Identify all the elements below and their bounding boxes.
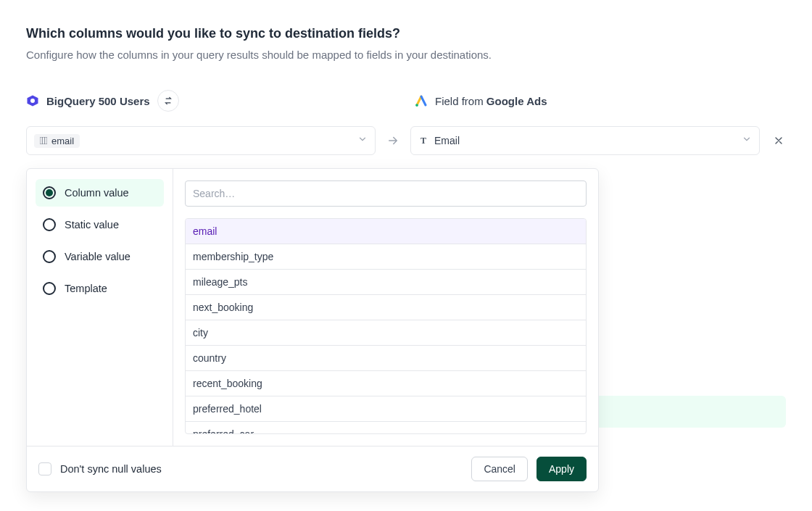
mode-list: Column valueStatic valueVariable valueTe… (27, 169, 173, 446)
page-heading: Which columns would you like to sync to … (26, 26, 786, 41)
mode-option[interactable]: Variable value (36, 243, 164, 270)
radio-icon (43, 250, 56, 263)
column-options-list: emailmembership_typemileage_ptsnext_book… (185, 218, 587, 434)
column-option[interactable]: city (186, 320, 586, 346)
radio-icon (43, 282, 56, 295)
column-option[interactable]: membership_type (186, 244, 586, 270)
radio-icon (43, 186, 56, 199)
column-option[interactable]: country (186, 346, 586, 371)
page-subtext: Configure how the columns in your query … (26, 49, 786, 61)
mode-option[interactable]: Template (36, 275, 164, 302)
cancel-button[interactable]: Cancel (471, 457, 528, 481)
column-option[interactable]: next_booking (186, 295, 586, 320)
destination-name: Google Ads (486, 95, 547, 107)
column-option[interactable]: recent_booking (186, 371, 586, 396)
column-icon (40, 137, 47, 144)
column-picker-dropdown: Column valueStatic valueVariable valueTe… (26, 168, 599, 492)
svg-point-1 (30, 99, 35, 103)
swap-button[interactable] (157, 90, 179, 112)
remove-mapping-button[interactable] (771, 133, 786, 148)
radio-icon (43, 218, 56, 231)
text-type-icon: T (418, 136, 428, 146)
arrow-right-icon (384, 134, 402, 147)
chevron-down-icon (357, 134, 368, 147)
mode-option-label: Column value (65, 187, 129, 199)
column-search-input[interactable] (185, 180, 587, 207)
svg-point-2 (415, 104, 418, 107)
mode-option[interactable]: Column value (36, 179, 164, 207)
svg-rect-3 (40, 137, 47, 144)
google-ads-icon (415, 94, 428, 107)
destination-field-select[interactable]: T Email (410, 126, 760, 155)
chevron-down-icon (742, 134, 752, 147)
mode-option-label: Variable value (65, 251, 130, 262)
source-label: BigQuery 500 Users (46, 95, 150, 107)
column-option[interactable]: email (186, 219, 586, 244)
destination-field-name: Email (434, 135, 460, 146)
bigquery-icon (26, 94, 39, 107)
destination-label: Field from Google Ads (435, 95, 547, 107)
null-sync-label: Don't sync null values (60, 463, 463, 475)
column-option[interactable]: preferred_car (186, 422, 586, 434)
column-option[interactable]: preferred_hotel (186, 396, 586, 422)
selected-column-name: email (51, 136, 74, 146)
mode-option-label: Static value (65, 219, 119, 230)
column-option[interactable]: mileage_pts (186, 270, 586, 295)
mode-option-label: Template (65, 283, 107, 294)
selected-column-chip: email (34, 134, 80, 148)
null-sync-checkbox[interactable] (38, 462, 51, 475)
source-column-select[interactable]: email (26, 126, 376, 155)
mode-option[interactable]: Static value (36, 211, 164, 238)
destination-prefix: Field from (435, 95, 486, 107)
swap-icon (163, 96, 173, 106)
apply-button[interactable]: Apply (536, 457, 587, 481)
